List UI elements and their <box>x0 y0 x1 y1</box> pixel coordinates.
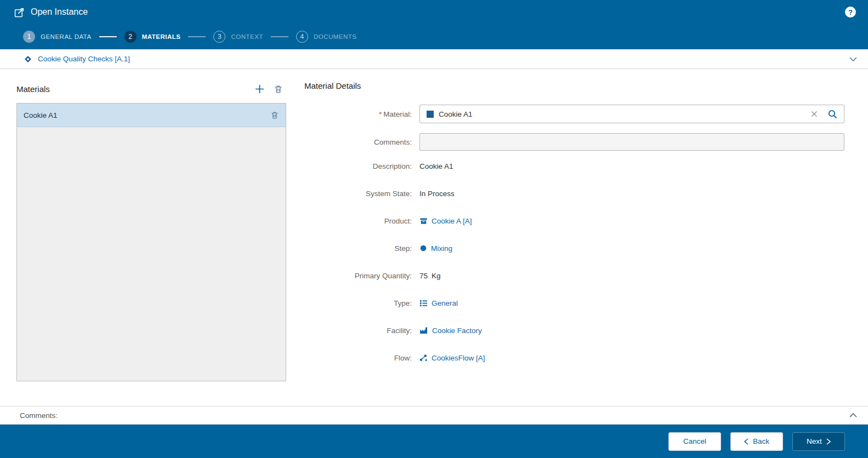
chevron-left-icon <box>744 438 748 445</box>
step-number: 2 <box>124 31 137 43</box>
add-icon[interactable] <box>254 84 265 94</box>
materials-panel-title: Materials <box>16 84 50 94</box>
open-instance-dialog: Open Instance ? 1 GENERAL DATA 2 MATERIA… <box>0 0 868 458</box>
footer-bar: Cancel Back Next <box>0 425 868 458</box>
back-button-label: Back <box>753 437 769 445</box>
wizard-step-documents[interactable]: 4 DOCUMENTS <box>296 31 357 43</box>
chevron-up-icon[interactable] <box>849 413 857 417</box>
field-label: Type: <box>304 299 419 307</box>
detail-row-step: Step: Mixing <box>304 243 844 254</box>
step-connector <box>99 36 117 37</box>
wizard-step-context[interactable]: 3 CONTEXT <box>213 31 263 43</box>
primary-quantity-unit: Kg <box>432 272 441 280</box>
material-input[interactable]: Cookie A1 <box>419 105 844 123</box>
clear-x-icon[interactable] <box>811 111 818 117</box>
field-label: Step: <box>304 244 419 253</box>
primary-quantity-value: 75 <box>419 272 428 280</box>
page-title: Open Instance <box>31 7 88 17</box>
chevron-down-icon[interactable] <box>849 57 857 61</box>
detail-row-type: Type: General <box>304 297 844 308</box>
help-icon[interactable]: ? <box>845 7 856 18</box>
type-link[interactable]: General <box>432 299 458 307</box>
trash-icon[interactable] <box>270 111 279 119</box>
material-field-row: *Material: Cookie A1 <box>304 105 844 123</box>
field-label: Flow: <box>304 354 419 362</box>
system-state-value: In Process <box>419 190 455 198</box>
main-content: Materials Cookie A1 <box>0 69 868 406</box>
detail-row-primary-quantity: Primary Quantity: 75 Kg <box>304 270 844 281</box>
material-icon <box>427 111 434 118</box>
comments-section-bar: Comments: <box>0 406 868 425</box>
detail-row-product: Product: Cookie A [A] <box>304 215 844 226</box>
open-instance-icon <box>14 7 25 18</box>
description-value: Cookie A1 <box>419 162 453 170</box>
instance-diamond-icon <box>24 55 32 63</box>
comments-input[interactable] <box>419 133 844 151</box>
material-details-panel: Material Details *Material: Cookie A1 <box>304 81 844 380</box>
required-marker: * <box>379 110 382 118</box>
materials-panel-header: Materials <box>16 79 286 99</box>
field-label: Facility: <box>304 327 419 335</box>
instance-bar: Cookie Quality Checks [A.1] <box>0 49 868 69</box>
step-connector <box>188 36 206 37</box>
step-icon <box>419 244 427 252</box>
step-label: CONTEXT <box>231 33 263 40</box>
flow-icon <box>419 354 428 362</box>
chevron-right-icon <box>826 438 831 445</box>
step-number: 3 <box>213 31 225 43</box>
step-label: MATERIALS <box>142 33 181 40</box>
search-icon[interactable] <box>827 109 837 119</box>
flow-link[interactable]: CookiesFlow [A] <box>432 354 485 362</box>
title-bar: Open Instance ? <box>0 0 868 24</box>
field-label: Primary Quantity: <box>304 272 419 280</box>
field-label: Description: <box>304 162 419 170</box>
field-label: Product: <box>304 217 419 225</box>
material-item-label: Cookie A1 <box>24 111 58 119</box>
step-label: GENERAL DATA <box>41 33 92 40</box>
field-label: Comments: <box>304 138 419 146</box>
material-input-value: Cookie A1 <box>439 110 811 118</box>
detail-row-description: Description: Cookie A1 <box>304 161 844 171</box>
product-link[interactable]: Cookie A [A] <box>432 217 472 225</box>
next-button-label: Next <box>807 437 822 445</box>
step-label: DOCUMENTS <box>314 33 357 40</box>
list-item[interactable]: Cookie A1 <box>17 104 286 127</box>
field-label: *Material: <box>304 110 419 118</box>
comments-section-label: Comments: <box>20 411 58 420</box>
cancel-button[interactable]: Cancel <box>668 432 721 451</box>
step-number: 1 <box>23 31 35 43</box>
field-label: System State: <box>304 190 419 198</box>
materials-panel: Materials Cookie A1 <box>16 79 286 381</box>
comments-field-row: Comments: <box>304 133 844 151</box>
step-link[interactable]: Mixing <box>431 244 452 253</box>
wizard-step-materials[interactable]: 2 MATERIALS <box>124 31 181 43</box>
step-number: 4 <box>296 31 308 43</box>
cancel-button-label: Cancel <box>683 437 706 445</box>
next-button[interactable]: Next <box>792 432 845 451</box>
detail-row-facility: Facility: Cookie Factory <box>304 325 844 336</box>
material-details-title: Material Details <box>304 81 844 90</box>
back-button[interactable]: Back <box>730 432 783 451</box>
instance-name[interactable]: Cookie Quality Checks [A.1] <box>38 55 130 63</box>
facility-link[interactable]: Cookie Factory <box>432 327 482 335</box>
wizard-step-general-data[interactable]: 1 GENERAL DATA <box>23 31 92 43</box>
materials-list: Cookie A1 <box>16 103 286 381</box>
trash-icon[interactable] <box>274 84 283 94</box>
product-icon <box>419 217 428 225</box>
wizard-steps: 1 GENERAL DATA 2 MATERIALS 3 CONTEXT 4 D… <box>0 24 868 49</box>
detail-row-flow: Flow: CookiesFlow [A] <box>304 352 844 363</box>
detail-row-system-state: System State: In Process <box>304 188 844 199</box>
step-connector <box>271 36 288 37</box>
facility-icon <box>419 326 428 335</box>
type-icon <box>419 299 428 307</box>
